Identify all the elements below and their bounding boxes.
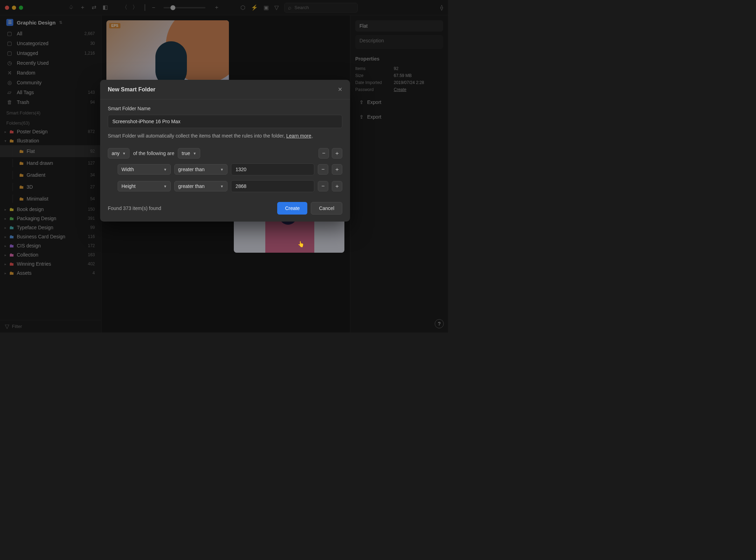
modal-title: New Smart Folder [108,86,155,93]
learn-more-link[interactable]: Learn more [286,133,312,139]
chevron-down-icon: ▼ [122,152,126,155]
modal-header: New Smart Folder ✕ [100,80,350,99]
modal-help-text: Smart Folder will automatically collect … [108,132,342,140]
rule-row: Height▼ greater than▼ − ＋ [108,180,342,192]
found-count: Found 373 item(s) found [108,205,161,211]
remove-rule-group-button[interactable]: − [318,148,329,159]
chevron-down-icon: ▼ [193,152,196,155]
add-rule-button[interactable]: ＋ [332,164,342,175]
cancel-button[interactable]: Cancel [311,202,342,215]
new-smart-folder-modal: New Smart Folder ✕ Smart Folder Name Sma… [100,80,350,222]
chevron-down-icon: ▼ [163,168,167,172]
modal-footer: Found 373 item(s) found Create Cancel [100,196,350,222]
rule-field-select[interactable]: Width▼ [118,164,171,175]
match-bool-select[interactable]: true▼ [178,148,200,159]
remove-rule-button[interactable]: − [318,181,328,191]
add-rule-button[interactable]: ＋ [332,181,342,191]
name-label: Smart Folder Name [108,106,342,111]
close-icon[interactable]: ✕ [338,86,342,93]
rule-operator-select[interactable]: greater than▼ [174,164,227,175]
help-button[interactable]: ? [435,319,444,328]
rule-value-input[interactable] [231,180,314,192]
rule-of-text: of the following are [133,150,174,156]
chevron-down-icon: ▼ [220,168,224,172]
add-rule-group-button[interactable]: ＋ [332,148,342,159]
rule-field-select[interactable]: Height▼ [118,181,171,191]
rule-header: any▼ of the following are true▼ − ＋ [108,148,342,159]
chevron-down-icon: ▼ [220,184,224,188]
rule-row: Width▼ greater than▼ − ＋ [108,163,342,175]
rule-value-input[interactable] [231,163,314,175]
rule-operator-select[interactable]: greater than▼ [174,181,227,191]
create-button[interactable]: Create [277,202,307,215]
remove-rule-button[interactable]: − [318,164,328,175]
chevron-down-icon: ▼ [163,184,167,188]
match-mode-select[interactable]: any▼ [108,148,130,159]
smart-folder-name-input[interactable] [108,115,342,128]
